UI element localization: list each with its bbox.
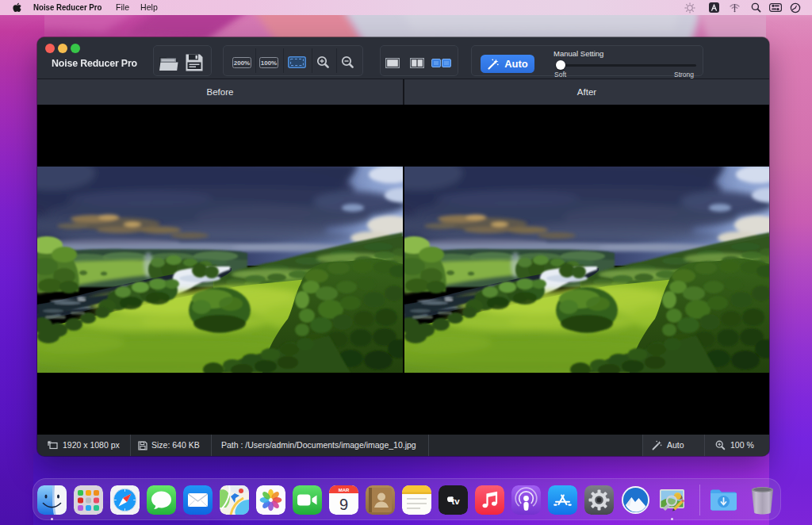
svg-text:9: 9 [339, 496, 347, 513]
svg-text:MAR: MAR [338, 488, 349, 492]
